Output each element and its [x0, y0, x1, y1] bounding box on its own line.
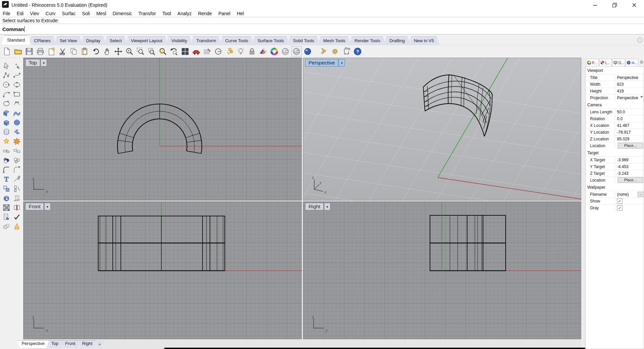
copy-button[interactable] — [69, 46, 79, 57]
circle-tool[interactable] — [2, 80, 11, 89]
rendered-view-button[interactable] — [302, 46, 313, 57]
tab-mesh-tools[interactable]: Mesh Tools — [318, 36, 351, 45]
menu-file[interactable]: File — [3, 11, 10, 16]
lights-tool[interactable] — [12, 194, 22, 203]
x-location-value[interactable]: 41.487 — [615, 122, 644, 129]
copy-object-tool[interactable] — [2, 184, 11, 193]
tab-render-tools[interactable]: Render Tools — [349, 36, 386, 45]
perspective-viewport-menu-arrow[interactable]: ▾ — [339, 59, 345, 66]
disc-button[interactable] — [213, 46, 224, 57]
projection-select[interactable]: Perspective — [615, 95, 644, 101]
surface-tool[interactable] — [2, 109, 11, 117]
text-tool[interactable]: T — [2, 175, 11, 184]
minimize-button[interactable] — [585, 0, 605, 10]
viewport-perspective[interactable]: Perspective▾ z y x — [303, 58, 581, 200]
tab-viewport-layout[interactable]: Viewport Layout — [125, 36, 168, 45]
point-tool[interactable] — [12, 61, 22, 70]
cplane-button[interactable] — [202, 46, 213, 57]
polygon-tool[interactable] — [2, 99, 11, 108]
viewport-right[interactable]: Right▾ z y — [303, 202, 581, 339]
zoom-window-button[interactable] — [135, 46, 146, 57]
menu-analyze[interactable]: Analyz — [178, 11, 192, 16]
close-button[interactable] — [624, 0, 644, 10]
menu-solid[interactable]: Soli — [82, 11, 90, 16]
paste-button[interactable] — [80, 46, 90, 57]
menu-transform[interactable]: Transfor — [138, 11, 156, 16]
viewport-layout-button[interactable] — [180, 46, 190, 57]
tab-set-view[interactable]: Set View — [54, 36, 83, 45]
page-edit-button[interactable] — [46, 46, 57, 57]
viewport-top[interactable]: Top▾ y x — [23, 58, 302, 200]
loft-tool[interactable] — [12, 109, 22, 117]
z-target-value[interactable]: -3.243 — [615, 170, 644, 177]
menu-tool[interactable]: Tool — [162, 11, 171, 16]
ghosted-view-button[interactable] — [291, 46, 302, 57]
y-target-value[interactable]: -4.453 — [615, 163, 644, 170]
menu-panel[interactable]: Panel — [218, 11, 231, 16]
box-tool[interactable] — [2, 118, 11, 127]
tab-solid-tools[interactable]: Solid Tools — [287, 36, 320, 45]
tab-overflow-icon[interactable] — [637, 37, 643, 43]
tab-display[interactable]: Display — [80, 36, 106, 45]
ungroup-tool[interactable] — [12, 156, 22, 165]
block-tool[interactable] — [2, 194, 11, 203]
right-viewport-menu-arrow[interactable]: ▾ — [324, 203, 330, 210]
menu-edit[interactable]: Edi — [17, 11, 24, 16]
tab-cplanes[interactable]: CPlanes — [28, 36, 56, 45]
menu-curve[interactable]: Curv — [46, 11, 56, 16]
menu-render[interactable]: Rende — [198, 11, 212, 16]
array-grid-tool[interactable] — [2, 203, 11, 212]
menu-view[interactable]: Viev — [30, 11, 39, 16]
add-viewport-icon[interactable]: + — [96, 340, 104, 348]
blend-tool[interactable] — [12, 165, 22, 174]
help-button[interactable]: ? — [352, 46, 363, 57]
panel-tab-display[interactable]: D... — [612, 59, 625, 66]
car-button[interactable] — [191, 46, 202, 57]
perspective-viewport-label[interactable]: Perspective▾ — [305, 59, 345, 66]
y-location-value[interactable]: -76.917 — [615, 129, 644, 135]
notes-tool[interactable] — [2, 213, 11, 221]
right-viewport-label[interactable]: Right▾ — [305, 203, 330, 210]
trim-tool[interactable] — [2, 146, 11, 155]
pan-button[interactable] — [102, 46, 112, 57]
browse-button[interactable]: ... — [638, 192, 644, 197]
print-button[interactable] — [35, 46, 46, 57]
undo-view-button[interactable] — [169, 46, 179, 57]
array-tool[interactable] — [12, 184, 22, 193]
select-tool[interactable] — [2, 61, 11, 70]
alert-button[interactable] — [319, 46, 329, 57]
top-viewport-menu-arrow[interactable]: ▾ — [41, 59, 47, 66]
polyline-tool[interactable] — [2, 71, 11, 80]
save-button[interactable] — [24, 46, 34, 57]
options-button[interactable] — [330, 46, 341, 57]
check-tool[interactable] — [12, 213, 22, 221]
panel-tab-help[interactable]: ? H... — [625, 59, 638, 66]
split-tool[interactable] — [12, 146, 22, 155]
polysurface-tool[interactable] — [12, 128, 22, 136]
rectangle-tool[interactable] — [12, 90, 22, 99]
undo-button[interactable] — [91, 46, 101, 57]
menu-surface[interactable]: Surfac — [62, 11, 75, 16]
dimension-button[interactable] — [341, 46, 352, 57]
render-button[interactable] — [258, 46, 268, 57]
cylinder-tool[interactable] — [2, 128, 11, 136]
x-target-value[interactable]: -3.969 — [615, 157, 644, 163]
group-tool[interactable] — [2, 156, 11, 165]
sphere-tool[interactable] — [12, 118, 22, 127]
named-view-button[interactable] — [224, 46, 235, 57]
vtab-right[interactable]: Right — [78, 340, 97, 348]
tab-new-in-v5[interactable]: New in V5 — [408, 36, 439, 45]
tab-transform[interactable]: Transform — [190, 36, 222, 45]
show-checkbox[interactable]: ✓ — [617, 198, 622, 204]
new-file-button[interactable] — [2, 46, 12, 57]
panel-tab-properties[interactable]: P... — [586, 59, 599, 66]
width-value[interactable]: 823 — [615, 81, 644, 87]
explode-tool[interactable] — [12, 137, 22, 146]
vtab-perspective[interactable]: Perspective — [17, 340, 49, 348]
restore-button[interactable] — [605, 0, 624, 10]
vtab-front[interactable]: Front — [61, 340, 80, 348]
panel-gear-icon[interactable] — [639, 60, 644, 64]
viewport-front[interactable]: Front▾ z x — [23, 202, 302, 339]
panel-tab-layers[interactable]: L... — [599, 59, 612, 66]
lock-button[interactable] — [247, 46, 257, 57]
